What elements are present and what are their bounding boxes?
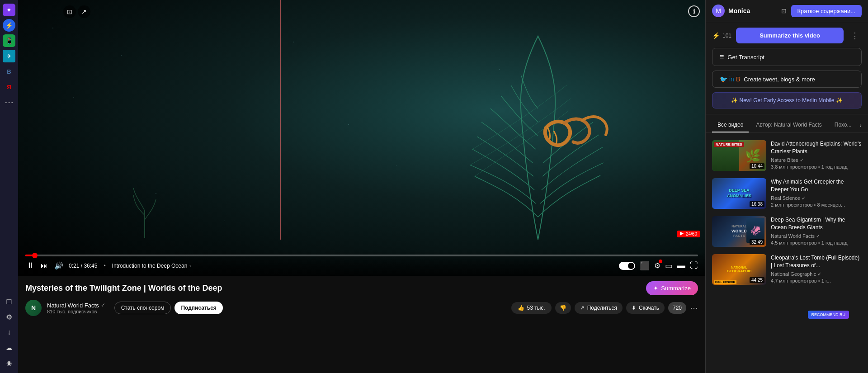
video-title-row: Mysteries of the Twilight Zone | Worlds …	[25, 281, 698, 295]
verified-icon-2: ✓	[802, 195, 806, 201]
dislike-button[interactable]: 👎	[555, 302, 571, 314]
video-channel-2: Real Science ✓	[771, 195, 862, 201]
subscribe-button[interactable]: Подписаться	[175, 302, 222, 314]
theater-button[interactable]: ▬	[677, 261, 685, 270]
expand-button-2[interactable]: ↗	[78, 5, 90, 18]
transcript-button[interactable]: ≡ Get Transcript	[712, 48, 862, 66]
merlin-banner[interactable]: ✨ New! Get Early Access to Merlin Mobile…	[712, 92, 862, 109]
video-duration-4: 44:25	[750, 277, 764, 283]
summarize-video-button[interactable]: Summarize this video	[736, 28, 844, 43]
tool-menu-button[interactable]: ⋮	[848, 30, 862, 42]
video-thumbnail-3: NATURAL WORLD FACTS 🦑 32:49	[712, 216, 766, 247]
video-meta-3: Deep Sea Gigantism | Why the Ocean Breed…	[771, 216, 862, 247]
blog-icon: B	[736, 76, 740, 83]
more-button[interactable]: ⋯	[690, 303, 698, 313]
video-controls: ⏸ ⏭ 🔊 0:21 / 36:45 • Introduction to the…	[18, 251, 705, 276]
like-button[interactable]: 👍 53 тыс.	[511, 302, 552, 314]
list-item[interactable]: DEEP SEA ANOMALIES 16:38 Why Animals Get…	[706, 175, 868, 212]
list-item[interactable]: 🌿 NATURE BITES 10:44 David Attenborough …	[706, 137, 868, 175]
sidebar-icon-dot1[interactable]: ⋯	[3, 96, 15, 109]
fullscreen-button[interactable]: ⛶	[690, 261, 698, 270]
lightning-icon: ⚡	[712, 32, 720, 39]
info-button[interactable]: ℹ	[688, 5, 700, 17]
summarize-button[interactable]: ✦ Summarize	[646, 281, 698, 295]
sidebar-icon-bottom4[interactable]: ☁	[3, 341, 15, 354]
download-icon: ⬇	[632, 305, 636, 311]
sidebar-icon-bottom3[interactable]: ↓	[3, 326, 15, 339]
share-button[interactable]: ↗ Поделиться	[575, 302, 623, 314]
settings-badge	[659, 260, 662, 263]
expand-button-1[interactable]: ⊡	[63, 5, 76, 18]
autoplay-toggle[interactable]	[619, 262, 635, 270]
verified-icon-4: ✓	[817, 271, 821, 277]
sidebar-icon-vk[interactable]: В	[3, 65, 15, 78]
tool-counter: ⚡ 101	[712, 32, 731, 39]
main-content: ℹ ⊡ ↗ ⯈ 24/60 ⏸ ⏭ 🔊 0:21 / 36:45 •	[18, 0, 705, 373]
progress-fill	[25, 255, 32, 256]
video-duration-3: 32:49	[750, 239, 764, 245]
video-stats-3: 4,5 млн просмотров • 1 год назад	[771, 240, 862, 246]
list-item[interactable]: NATURAL WORLD FACTS 🦑 32:49 Deep Sea Gig…	[706, 212, 868, 250]
tabs-next-arrow[interactable]: ›	[859, 122, 862, 129]
sidebar-icon-yandex[interactable]: Я	[3, 80, 15, 93]
tab-author[interactable]: Автор: Natural World Facts	[750, 118, 827, 132]
video-thumbnail-4: NATIONAL GEOGRAPHIC FULL EPISODE 44:25	[712, 254, 766, 285]
youtube-overlay: ⯈ 24/60	[677, 231, 700, 237]
video-player[interactable]: ℹ ⊡ ↗ ⯈ 24/60 ⏸ ⏭ 🔊 0:21 / 36:45 •	[18, 0, 705, 276]
transcript-icon: ≡	[720, 53, 724, 61]
sidebar-icon-bottom5[interactable]: ◉	[3, 357, 15, 369]
tab-all-videos[interactable]: Все видео	[712, 118, 749, 132]
miniplayer-button[interactable]: ▭	[665, 261, 673, 271]
subtitles-button[interactable]: ⬛	[640, 261, 650, 271]
sidebar-icon-app[interactable]: ✦	[3, 4, 15, 16]
video-title-4: Cleopatra's Lost Tomb (Full Episode) | L…	[771, 254, 862, 269]
small-plant	[131, 184, 158, 240]
verified-icon-3: ✓	[816, 233, 820, 239]
tabs-row: Все видео Автор: Natural World Facts Пох…	[706, 114, 868, 133]
pause-button[interactable]: ⏸	[25, 260, 35, 271]
channel-avatar[interactable]: N	[25, 300, 42, 316]
sidebar-icon-bottom2[interactable]: ⚙	[3, 311, 15, 323]
summarize-icon: ✦	[653, 285, 658, 292]
sidebar-icon-messenger[interactable]: ⚡	[3, 19, 15, 32]
download-count: 720	[668, 302, 686, 314]
progress-bar[interactable]	[25, 255, 698, 256]
recommend-badge[interactable]: RECOMMEND.RU	[808, 311, 849, 319]
progress-dot	[32, 253, 38, 258]
time-display: 0:21 / 36:45	[69, 263, 97, 269]
download-button[interactable]: ⬇ Скачать	[626, 302, 665, 314]
list-item[interactable]: NATIONAL GEOGRAPHIC FULL EPISODE 44:25 C…	[706, 250, 868, 288]
timeline-marker	[280, 0, 281, 240]
settings-button[interactable]: ⚙	[654, 261, 660, 270]
video-stats-2: 2 млн просмотров • 8 месяцев...	[771, 202, 862, 208]
monica-avatar: M	[712, 5, 725, 17]
social-create-button[interactable]: 🐦 in B Create tweet, blogs & more	[712, 71, 862, 88]
monica-expand-button[interactable]: ⊡	[780, 5, 788, 17]
monica-header-actions: ⊡ Краткое содержани...	[780, 5, 862, 17]
monica-name: Monica	[728, 7, 750, 14]
monica-header: M Monica ⊡ Краткое содержани...	[706, 0, 868, 22]
video-actions: 👍 53 тыс. 👎 ↗ Поделиться ⬇ Скачать 720 ⋯	[511, 302, 698, 314]
volume-button[interactable]: 🔊	[53, 260, 64, 271]
video-channel-3: Natural World Facts ✓	[771, 233, 862, 239]
video-channel-1: Nature Bites ✓	[771, 157, 862, 163]
chapter-label[interactable]: Introduction to the Deep Ocean ›	[112, 263, 191, 269]
sidebar-icon-whatsapp[interactable]: 📱	[3, 34, 15, 47]
verified-icon-1: ✓	[800, 157, 804, 163]
channel-row: N Natural World Facts ✓ 810 тыс. подписч…	[25, 300, 698, 316]
monica-header-summarize-button[interactable]: Краткое содержани...	[791, 5, 862, 17]
sidebar-icon-bottom1[interactable]: □	[3, 295, 15, 308]
subscriber-count: 810 тыс. подписчиков	[47, 309, 105, 314]
tab-similar[interactable]: Похо...	[829, 118, 857, 132]
video-meta-1: David Attenborough Explains: World's Cra…	[771, 140, 862, 171]
recommended-video-list: 🌿 NATURE BITES 10:44 David Attenborough …	[706, 133, 868, 373]
sponsor-button[interactable]: Стать спонсором	[114, 302, 171, 314]
video-stats-4: 4,7 млн просмотров • 1 г...	[771, 278, 862, 283]
channel-info: Natural World Facts ✓ 810 тыс. подписчик…	[47, 302, 105, 314]
sea-creature-visual	[448, 14, 637, 249]
twitter-icon: 🐦	[720, 76, 727, 83]
next-button[interactable]: ⏭	[40, 261, 49, 271]
video-title-1: David Attenborough Explains: World's Cra…	[771, 140, 862, 156]
video-title-text: Mysteries of the Twilight Zone | Worlds …	[25, 283, 222, 293]
sidebar-icon-telegram[interactable]: ✈	[3, 50, 15, 62]
